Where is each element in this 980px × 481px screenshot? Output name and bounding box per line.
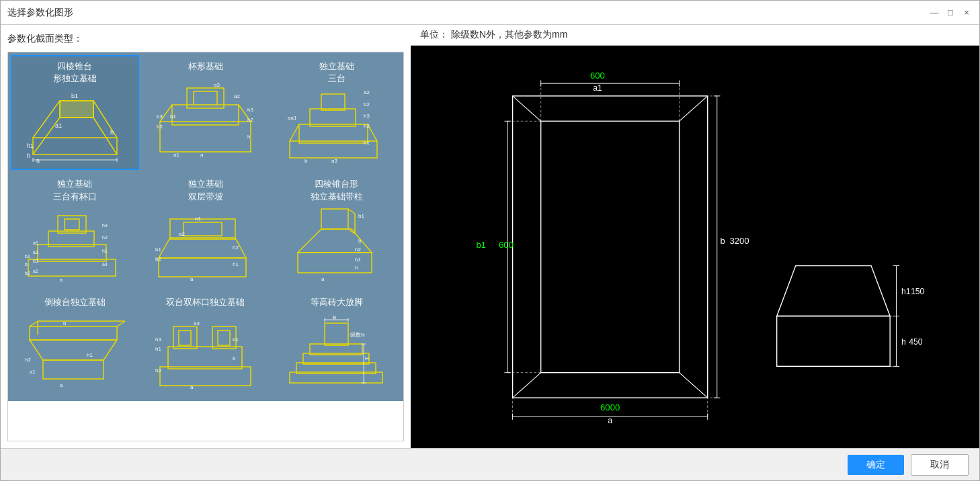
svg-line-36 <box>290 124 299 141</box>
shape-item-0[interactable]: 四棱锥台形独立基础 <box>11 55 139 170</box>
cad-header: 单位： 除级数N外，其他参数为mm <box>411 25 979 46</box>
svg-text:b1: b1 <box>358 213 364 219</box>
svg-rect-74 <box>321 209 348 229</box>
svg-text:级数N: 级数N <box>350 332 365 338</box>
svg-text:a2: a2 <box>179 231 185 237</box>
svg-text:h3: h3 <box>102 223 108 228</box>
shape-diagram-4: a2 a1 b1 b2 h2 h1 a <box>147 206 265 283</box>
svg-text:a: a <box>200 152 204 158</box>
main-window: 选择参数化图形 — □ × 参数化截面类型： 四棱锥台形独立基础 <box>0 0 980 481</box>
window-controls: — □ × <box>928 7 973 19</box>
shape-item-8[interactable]: 等高砖大放脚 <box>272 291 401 398</box>
svg-rect-16 <box>160 122 251 152</box>
svg-text:b: b <box>25 262 28 267</box>
shape-diagram-6: b h1 h2 a1 a <box>16 311 134 393</box>
svg-text:a3: a3 <box>331 158 337 164</box>
shape-diagram-0: b1 a1 a h1 h b <box>16 87 134 165</box>
svg-rect-115 <box>325 323 348 345</box>
svg-text:a1: a1 <box>33 240 38 245</box>
svg-text:h1: h1 <box>355 257 361 263</box>
minimize-button[interactable]: — <box>928 7 940 19</box>
svg-rect-35 <box>321 94 345 110</box>
close-button[interactable]: × <box>961 7 973 19</box>
svg-rect-126 <box>541 121 680 372</box>
svg-text:b: b <box>358 238 362 244</box>
svg-rect-99 <box>168 347 242 369</box>
svg-text:H: H <box>365 355 369 361</box>
svg-text:a2: a2 <box>364 89 370 95</box>
shape-diagram-7: a3 h3 h1 h2 b1 b a <box>147 311 265 393</box>
svg-text:b: b <box>63 320 67 326</box>
svg-text:b2: b2 <box>155 256 161 262</box>
dim-a-label: a <box>608 416 612 425</box>
svg-text:a: a <box>60 382 63 388</box>
shape-title-5: 四棱锥台形独立基础带柱 <box>278 178 395 202</box>
svg-text:h2: h2 <box>25 357 31 363</box>
confirm-button[interactable]: 确定 <box>848 455 904 475</box>
svg-text:b2: b2 <box>157 124 163 130</box>
dim-b-value: 3200 <box>729 236 749 246</box>
svg-text:a: a <box>190 276 194 282</box>
svg-text:h1: h1 <box>155 346 161 352</box>
svg-rect-98 <box>160 367 251 386</box>
dim-h1-value: 150 <box>911 287 925 296</box>
shape-grid-scroll[interactable]: 四棱锥台形独立基础 <box>7 52 404 441</box>
shape-item-7[interactable]: 双台双杯口独立基础 <box>142 291 270 398</box>
shape-item-5[interactable]: 四棱锥台形独立基础带柱 <box>272 173 401 288</box>
svg-rect-88 <box>43 360 104 379</box>
shape-title-0: 四棱锥台形独立基础 <box>16 60 134 85</box>
maximize-button[interactable]: □ <box>944 7 956 19</box>
shape-item-6[interactable]: 倒棱台独立基础 <box>11 291 139 398</box>
svg-text:a3: a3 <box>33 250 38 255</box>
shape-title-7: 双台双杯口独立基础 <box>147 296 265 308</box>
svg-text:h2: h2 <box>355 247 361 253</box>
svg-text:a1: a1 <box>173 152 179 158</box>
shape-title-4: 独立基础双层带坡 <box>147 178 265 202</box>
svg-rect-19 <box>194 91 217 105</box>
shape-item-2[interactable]: 独立基础三台 <box>272 55 401 170</box>
cad-svg: 600 a1 6000 a b1 600 <box>411 46 979 448</box>
svg-text:a1: a1 <box>30 369 36 375</box>
svg-line-130 <box>680 373 708 398</box>
cad-view: 600 a1 6000 a b1 600 <box>411 46 979 448</box>
svg-rect-103 <box>218 331 230 345</box>
window-title: 选择参数化图形 <box>7 7 73 19</box>
svg-rect-34 <box>310 109 356 126</box>
svg-text:b: b <box>233 355 236 361</box>
svg-rect-33 <box>299 124 368 143</box>
svg-text:a: a <box>321 276 325 282</box>
svg-text:h3: h3 <box>247 107 253 113</box>
shape-diagram-5: b1 b h2 h1 h a <box>278 206 395 283</box>
svg-text:h1: h1 <box>364 140 370 146</box>
svg-text:b2: b2 <box>25 271 30 275</box>
svg-marker-6 <box>60 101 93 118</box>
svg-text:h2: h2 <box>364 123 370 129</box>
svg-text:a: a <box>60 277 63 282</box>
svg-rect-86 <box>30 326 117 340</box>
dim-b-label: b <box>720 236 725 246</box>
shape-item-4[interactable]: 独立基础双层带坡 <box>142 173 270 288</box>
shape-diagram-1: a2 a3 b3 b2 b1 h3 h2 h a1 a <box>147 75 265 165</box>
svg-text:h: h <box>247 134 250 140</box>
svg-text:b1: b1 <box>25 254 30 259</box>
cancel-button[interactable]: 取消 <box>911 454 969 476</box>
right-panel: 单位： 除级数N外，其他参数为mm <box>411 25 979 448</box>
svg-text:a: a <box>36 157 40 164</box>
svg-text:h2: h2 <box>233 245 239 251</box>
shape-title-2: 独立基础三台 <box>278 60 395 85</box>
svg-text:b: b <box>110 129 114 136</box>
shape-item-3[interactable]: 独立基础三台有杯口 <box>11 173 139 288</box>
svg-text:h3: h3 <box>155 337 161 343</box>
shape-item-1[interactable]: 杯形基础 <box>142 55 270 170</box>
title-bar: 选择参数化图形 — □ × <box>1 1 979 25</box>
main-content: 参数化截面类型： 四棱锥台形独立基础 <box>1 25 979 448</box>
svg-line-2 <box>33 101 60 138</box>
dim-6000-bottom: 6000 <box>600 402 620 412</box>
shape-title-8: 等高砖大放脚 <box>278 296 395 308</box>
svg-text:a: a <box>190 384 194 390</box>
svg-text:aa1: aa1 <box>288 115 297 121</box>
shape-diagram-3: b1 b b2 a1 a3 b3 a2 h3 h2 h1 a <box>16 206 134 283</box>
shape-grid: 四棱锥台形独立基础 <box>8 52 403 401</box>
svg-rect-76 <box>298 253 372 273</box>
svg-line-127 <box>513 96 541 121</box>
